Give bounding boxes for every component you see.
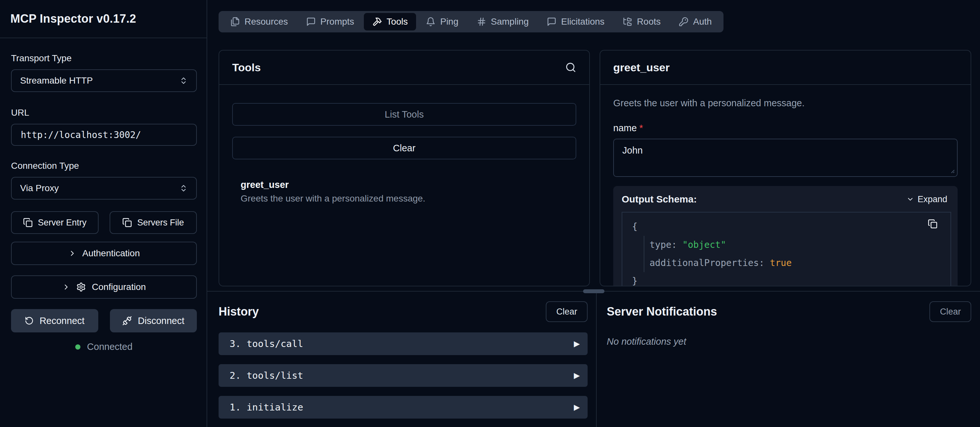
- server-buttons-row: Server Entry Servers File: [11, 211, 197, 234]
- tools-panel: Tools List Tools Clear greet_user Greets…: [219, 50, 590, 286]
- tab-label: Resources: [245, 16, 288, 27]
- tab-sampling[interactable]: Sampling: [468, 13, 537, 30]
- folder-tree-icon: [623, 17, 632, 27]
- chevrons-up-down-icon: [179, 184, 188, 192]
- tab-roots[interactable]: Roots: [614, 13, 669, 30]
- required-asterisk: *: [640, 123, 643, 133]
- copy-icon[interactable]: [928, 219, 937, 229]
- clear-notifications-button[interactable]: Clear: [929, 301, 971, 322]
- param-name-input[interactable]: John: [613, 139, 958, 177]
- server-notifications-header: Server Notifications Clear: [607, 301, 971, 322]
- main-area: Resources Prompts Tools Ping: [207, 0, 980, 427]
- transport-type-label: Transport Type: [11, 53, 197, 63]
- chevrons-up-down-icon: [179, 76, 188, 85]
- clear-tools-button[interactable]: Clear: [232, 137, 576, 159]
- key-icon: [679, 17, 689, 27]
- unplug-icon: [122, 316, 132, 325]
- code-open-brace: {: [632, 218, 921, 236]
- gear-icon: [76, 282, 86, 292]
- transport-type-select[interactable]: Streamable HTTP: [11, 69, 197, 92]
- tab-auth[interactable]: Auth: [670, 13, 720, 30]
- sidebar-body: Transport Type Streamable HTTP URL Conne…: [0, 38, 207, 352]
- transport-type-value: Streamable HTTP: [20, 76, 93, 86]
- param-input-wrap: John: [613, 139, 958, 177]
- play-icon: ▶: [574, 371, 580, 380]
- output-schema-section: Output Schema: Expand: [613, 186, 958, 286]
- tab-label: Roots: [637, 16, 660, 27]
- tool-detail-title: greet_user: [613, 61, 670, 74]
- disconnect-label: Disconnect: [138, 316, 184, 326]
- code-line: type: "object": [649, 236, 921, 254]
- panel-resize-handle[interactable]: [583, 289, 605, 293]
- tools-panel-header: Tools: [219, 51, 589, 85]
- history-entry[interactable]: 1. initialize ▶: [219, 396, 588, 419]
- tab-prompts[interactable]: Prompts: [298, 13, 363, 30]
- connection-actions-row: Reconnect Disconnect: [11, 309, 197, 332]
- tab-label: Auth: [693, 16, 712, 27]
- top-section: Resources Prompts Tools Ping: [207, 0, 980, 292]
- code-key: additionalProperties: [649, 257, 759, 268]
- history-entry[interactable]: 2. tools/list ▶: [219, 364, 588, 387]
- tab-label: Tools: [387, 16, 407, 27]
- tab-tools[interactable]: Tools: [364, 13, 416, 30]
- tool-detail-body: Greets the user with a personalized mess…: [600, 85, 970, 286]
- url-input[interactable]: [11, 124, 197, 146]
- tools-panel-body: List Tools Clear greet_user Greets the u…: [219, 85, 589, 204]
- chevron-right-icon: [68, 249, 76, 257]
- code-line: additionalProperties: true: [649, 254, 921, 272]
- reconnect-button[interactable]: Reconnect: [11, 309, 98, 332]
- authentication-label: Authentication: [83, 248, 140, 259]
- code-key: type: [649, 240, 671, 250]
- output-schema-title: Output Schema:: [622, 194, 697, 205]
- tab-ping[interactable]: Ping: [417, 13, 467, 30]
- status-dot-icon: [75, 344, 80, 349]
- tool-list-item[interactable]: greet_user Greets the user with a person…: [232, 179, 576, 204]
- servers-file-button[interactable]: Servers File: [110, 211, 197, 234]
- connection-type-label: Connection Type: [11, 161, 197, 171]
- server-entry-label: Server Entry: [38, 218, 87, 228]
- tabbar: Resources Prompts Tools Ping: [219, 11, 724, 32]
- list-tools-button[interactable]: List Tools: [232, 103, 576, 126]
- hammer-icon: [372, 17, 382, 27]
- history-entry-label: 1. initialize: [230, 402, 303, 413]
- reconnect-label: Reconnect: [40, 316, 84, 326]
- param-name-text: name: [613, 123, 637, 133]
- tab-label: Elicitations: [561, 16, 605, 27]
- play-icon: ▶: [574, 403, 580, 412]
- history-entry-label: 3. tools/call: [230, 338, 303, 349]
- server-entry-button[interactable]: Server Entry: [11, 211, 99, 234]
- servers-file-label: Servers File: [137, 218, 184, 228]
- disconnect-button[interactable]: Disconnect: [110, 309, 197, 332]
- files-icon: [230, 17, 240, 27]
- history-entry-label: 2. tools/list: [230, 370, 303, 381]
- tab-label: Sampling: [491, 16, 529, 27]
- tab-label: Ping: [440, 16, 458, 27]
- url-label: URL: [11, 108, 197, 118]
- sidebar-header: MCP Inspector v0.17.2: [0, 0, 207, 38]
- app-title: MCP Inspector v0.17.2: [10, 12, 136, 25]
- authentication-toggle[interactable]: Authentication: [11, 242, 197, 265]
- connection-type-select[interactable]: Via Proxy: [11, 177, 197, 200]
- tools-panel-title: Tools: [232, 61, 261, 74]
- code-value: "object": [682, 240, 726, 250]
- clear-history-button[interactable]: Clear: [546, 301, 588, 322]
- no-notifications-text: No notifications yet: [607, 336, 971, 347]
- code-value: true: [770, 257, 792, 268]
- output-schema-header: Output Schema: Expand: [622, 194, 951, 205]
- tab-resources[interactable]: Resources: [222, 13, 296, 30]
- history-title: History: [219, 305, 259, 319]
- tool-name: greet_user: [240, 179, 576, 190]
- tab-label: Prompts: [320, 16, 354, 27]
- expand-schema-button[interactable]: Expand: [907, 194, 947, 205]
- tab-elicitations[interactable]: Elicitations: [538, 13, 613, 30]
- configuration-label: Configuration: [92, 282, 146, 292]
- server-notifications-panel: Server Notifications Clear No notificati…: [597, 292, 980, 427]
- search-icon[interactable]: [565, 62, 576, 73]
- history-panel: History Clear 3. tools/call ▶ 2. tools/l…: [207, 292, 597, 427]
- expand-label: Expand: [917, 194, 947, 205]
- connection-type-value: Via Proxy: [20, 183, 59, 194]
- history-entry[interactable]: 3. tools/call ▶: [219, 332, 588, 355]
- configuration-toggle[interactable]: Configuration: [11, 275, 197, 299]
- schema-code-block: { type: "object" additionalProperties: t…: [622, 212, 951, 286]
- code-sep: :: [759, 257, 770, 268]
